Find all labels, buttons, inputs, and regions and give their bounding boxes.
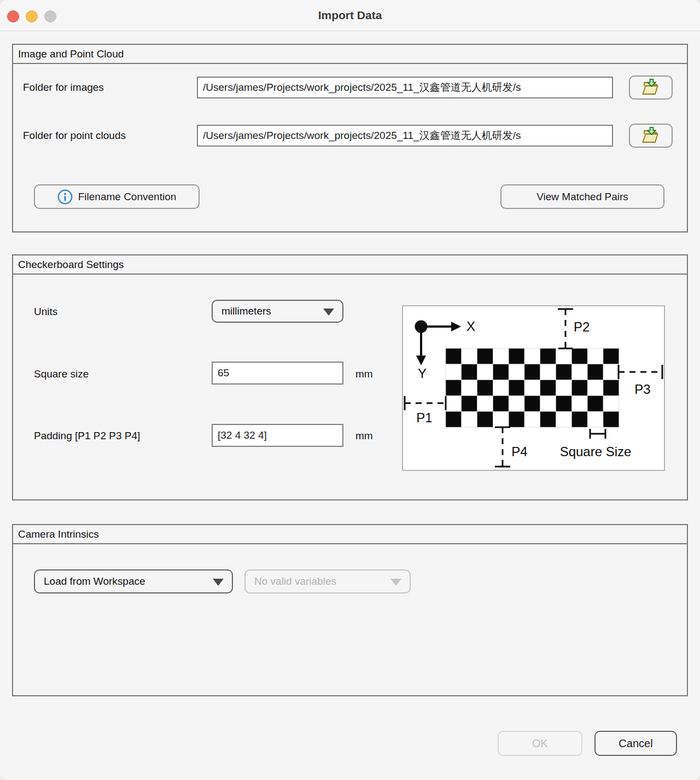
section-camera-intrinsics: Camera Intrinsics	[12, 524, 688, 696]
square-size-label: Square size	[34, 368, 89, 380]
intrinsics-source-value: Load from Workspace	[44, 575, 145, 587]
filename-convention-button[interactable]: Filename Convention	[34, 184, 200, 209]
window-title: Import Data	[0, 0, 700, 31]
import-data-dialog: Import Data Image and Point Cloud Folder…	[0, 0, 700, 780]
chevron-down-icon	[390, 579, 401, 586]
browse-images-button[interactable]	[629, 75, 673, 100]
section-checkerboard-settings-header: Checkerboard Settings	[13, 255, 687, 275]
cancel-button[interactable]: Cancel	[594, 731, 677, 756]
padding-unit: mm	[355, 430, 373, 442]
square-size-input[interactable]: 65	[212, 362, 343, 385]
p4-label: P4	[511, 444, 527, 459]
browse-point-clouds-button[interactable]	[629, 124, 673, 148]
padding-label: Padding [P1 P2 P3 P4]	[34, 430, 140, 442]
view-matched-pairs-button[interactable]: View Matched Pairs	[500, 184, 664, 209]
cancel-label: Cancel	[619, 737, 652, 750]
folder-for-images-label: Folder for images	[23, 82, 104, 94]
units-value: millimeters	[221, 305, 271, 317]
folder-for-point-clouds-label: Folder for point clouds	[23, 130, 126, 142]
ok-button: OK	[498, 731, 582, 756]
folder-for-images-input[interactable]: /Users/james/Projects/work_projects/2025…	[197, 77, 613, 98]
view-matched-pairs-label: View Matched Pairs	[536, 191, 628, 203]
y-axis-arrow-icon	[416, 356, 426, 365]
p2-label: P2	[574, 319, 590, 334]
units-dropdown[interactable]: millimeters	[212, 300, 343, 323]
folder-for-point-clouds-input[interactable]: /Users/james/Projects/work_projects/2025…	[197, 125, 613, 147]
units-label: Units	[34, 306, 57, 318]
x-axis-label: X	[466, 319, 475, 334]
square-size-unit: mm	[355, 368, 373, 380]
titlebar: Import Data	[0, 0, 700, 31]
info-icon	[57, 189, 73, 205]
y-axis-label: Y	[418, 366, 427, 381]
p1-label: P1	[416, 410, 432, 425]
chevron-down-icon	[213, 579, 224, 586]
folder-open-icon	[640, 78, 661, 97]
padding-input[interactable]: [32 4 32 4]	[212, 424, 343, 447]
checkerboard-diagram: X Y P2 P3 P1 P4	[402, 305, 665, 471]
square-size-diagram-label: Square Size	[560, 444, 632, 459]
filename-convention-label: Filename Convention	[78, 191, 177, 203]
intrinsics-source-dropdown[interactable]: Load from Workspace	[34, 569, 233, 593]
intrinsics-variable-dropdown: No valid variables	[244, 569, 411, 593]
ok-label: OK	[532, 737, 548, 750]
intrinsics-variable-value: No valid variables	[254, 575, 336, 587]
section-camera-intrinsics-header: Camera Intrinsics	[13, 525, 687, 544]
checkerboard-pattern	[446, 348, 619, 427]
folder-open-icon	[640, 126, 661, 145]
chevron-down-icon	[323, 308, 334, 316]
p3-label: P3	[634, 382, 650, 397]
x-axis-arrow-icon	[451, 322, 461, 331]
section-image-point-cloud-header: Image and Point Cloud	[13, 45, 687, 64]
